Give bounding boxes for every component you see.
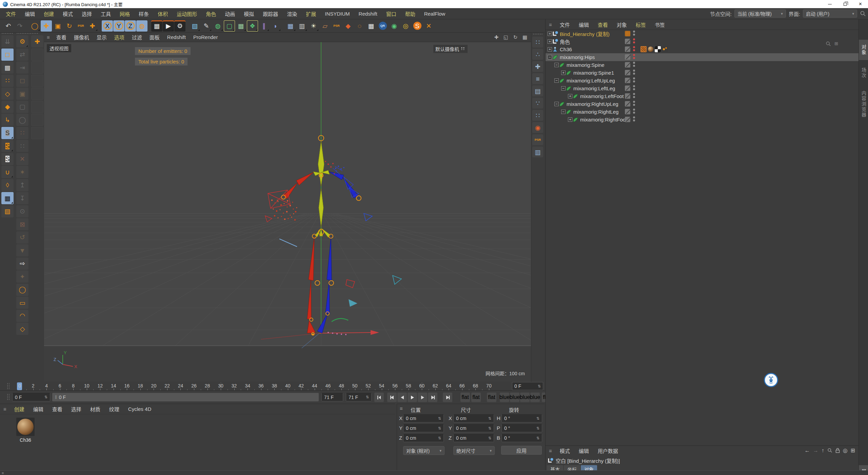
polygon-selection-button[interactable]: ◇ (16, 323, 28, 335)
toggle-views-icon[interactable]: ▦ (521, 33, 529, 41)
goto-end-button[interactable] (443, 393, 452, 402)
lasso-selection-button[interactable]: ◠ (16, 310, 28, 322)
deformer-menu[interactable]: ◗ (270, 20, 281, 32)
attribute-menu-0[interactable]: 模式 (555, 447, 574, 454)
restore-button[interactable] (837, 0, 853, 8)
camera-label[interactable]: 默认摄像机 (433, 45, 468, 53)
object-row[interactable]: −mixamorig:RightLeg (546, 108, 859, 116)
sketch-toon-button[interactable]: S (412, 20, 423, 32)
viewport-menu-4[interactable]: 过滤 (128, 34, 146, 41)
enable-toggle-icon[interactable] (625, 62, 630, 68)
object-manager-menu-2[interactable]: 查看 (593, 21, 612, 28)
attribute-menu-1[interactable]: 编辑 (574, 447, 593, 454)
plugin-badge-icon[interactable] (764, 373, 778, 387)
expand-toggle-icon[interactable]: − (561, 86, 566, 91)
snap-3d-button[interactable]: S (1, 140, 14, 152)
spline-pen-menu[interactable]: ✎ (201, 20, 212, 32)
visibility-dots-icon[interactable] (633, 46, 635, 51)
visibility-dots-icon[interactable] (633, 31, 635, 36)
render-picture-viewer-button[interactable]: ▶ (163, 20, 174, 32)
field-button[interactable]: ◌ (354, 20, 365, 32)
keyframe-selection-button[interactable]: flat (487, 393, 496, 402)
triangle-cycle-tool[interactable]: ↺ (16, 231, 28, 244)
global-move-tool[interactable]: ✚ (87, 20, 98, 32)
lock-y-axis[interactable]: Y (113, 20, 124, 32)
viewport-menu-0[interactable]: 查看 (53, 34, 70, 41)
visibility-dots-icon[interactable] (633, 93, 635, 98)
viewport-menu-3[interactable]: 选项 (111, 34, 128, 41)
visibility-dots-icon[interactable] (633, 62, 635, 67)
magnet-button[interactable]: ∪ (1, 166, 14, 178)
coord-hamburger-icon[interactable]: ≡ (398, 405, 405, 411)
expand-toggle-icon[interactable]: + (548, 39, 552, 44)
visibility-dots-icon[interactable] (633, 70, 635, 75)
object-row[interactable]: −mixamorig:Spine (546, 61, 859, 69)
visibility-dots-icon[interactable] (633, 77, 635, 82)
attr-search-icon[interactable] (827, 448, 832, 453)
pan-view-icon[interactable]: ✚ (492, 33, 500, 41)
render-settings-button[interactable]: ⚙ (174, 20, 185, 32)
menu-6[interactable]: 网格 (115, 10, 134, 17)
tag-uvw-icon[interactable] (655, 46, 661, 52)
menu-11[interactable]: 动画 (220, 10, 239, 17)
make-editable-button[interactable]: ⇊ (1, 35, 14, 48)
end-frame-box[interactable]: 71 F (321, 393, 343, 401)
expand-toggle-icon[interactable]: + (548, 32, 552, 36)
menu-0[interactable]: 文件 (1, 10, 20, 17)
goto-start-button[interactable] (374, 393, 384, 402)
triangle-down-tool[interactable]: ▼ (16, 244, 28, 256)
ruler-frame-field[interactable]: 0 F⇅ (512, 382, 543, 390)
material-name[interactable]: Ch36 (13, 437, 38, 443)
move-tool[interactable]: ✚ (41, 20, 52, 32)
docked-move-tool[interactable]: ✚ (31, 35, 43, 48)
floor-menu[interactable]: ▦ (285, 20, 296, 32)
record-keyframe-button[interactable]: flat (460, 393, 470, 402)
scale-tool[interactable]: ▣ (52, 20, 63, 32)
object-row[interactable]: +角色 (546, 38, 859, 45)
object-row[interactable]: +Ch36 (546, 45, 859, 53)
visibility-dots-icon[interactable] (633, 109, 635, 114)
snap-auto-button[interactable]: S (1, 153, 14, 165)
points-hide-tool[interactable]: ⊙ (16, 205, 28, 217)
right-tab-内容浏览器[interactable]: 内容浏览器 (859, 86, 868, 122)
menu-1[interactable]: 编辑 (20, 10, 39, 17)
menu-16[interactable]: INSYDIUM (320, 11, 354, 17)
material-menu-2[interactable]: 查看 (48, 405, 67, 413)
subdivision-surface-menu[interactable]: ▢ (224, 20, 235, 32)
object-row[interactable]: +mixamorig:LeftFoot (546, 92, 859, 100)
attr-lock-icon[interactable] (835, 448, 840, 453)
material-menu-3[interactable]: 选择 (67, 405, 86, 413)
viewport-menu-6[interactable]: Redshift (163, 34, 190, 40)
visibility-dots-icon[interactable] (633, 101, 635, 106)
menu-8[interactable]: 体积 (153, 10, 172, 17)
coordinate-system[interactable]: ◍ (136, 20, 147, 32)
menu-20[interactable]: RealFlow (420, 11, 450, 17)
material-menu-4[interactable]: 材质 (86, 405, 105, 413)
key-scale-toggle[interactable]: blue (510, 393, 519, 402)
key-position-toggle[interactable]: blue (500, 393, 509, 402)
interface-dropdown[interactable]: 启动 (用户)▾ (803, 10, 857, 18)
object-row[interactable]: +mixamorig:Spine1 (546, 69, 859, 77)
expand-toggle-icon[interactable]: − (554, 63, 559, 67)
transfer-tool[interactable]: ⇥ (16, 61, 28, 74)
history-forward-icon[interactable]: → (813, 448, 818, 454)
viewport-menu-2[interactable]: 显示 (93, 34, 111, 41)
tag-material-icon[interactable] (648, 46, 654, 52)
live-selection-tool[interactable]: ◯ (29, 20, 40, 32)
reset-psr-button[interactable]: PSR (331, 20, 342, 32)
coord-size-z-field[interactable]: 0 cm⇅ (453, 434, 494, 442)
attr-target-icon[interactable]: ◎ (843, 447, 848, 454)
right-tab-对象[interactable]: 对象 (859, 40, 868, 60)
points-down-tool[interactable]: ↧ (16, 192, 28, 204)
menu-10[interactable]: 角色 (201, 10, 220, 17)
hex-cluster-tool[interactable]: ✦ (16, 270, 28, 283)
snap-grid-c-icon[interactable]: ∵ (532, 98, 543, 109)
axis-mode-button[interactable]: ↳ (1, 114, 14, 126)
material-menu-6[interactable]: Cycles 4D (124, 406, 156, 412)
bake-down-tool[interactable]: ◻ (16, 75, 28, 87)
perspective-viewport[interactable]: Y X Z 透视视图 Number of emitters: 0 Total l… (44, 42, 531, 381)
snap-grid-b-icon[interactable]: ∴ (532, 49, 543, 60)
film-dock-icon[interactable]: ▥ (532, 147, 543, 157)
attribute-hamburger-icon[interactable]: ≡ (546, 448, 555, 454)
play-button[interactable] (408, 393, 417, 402)
